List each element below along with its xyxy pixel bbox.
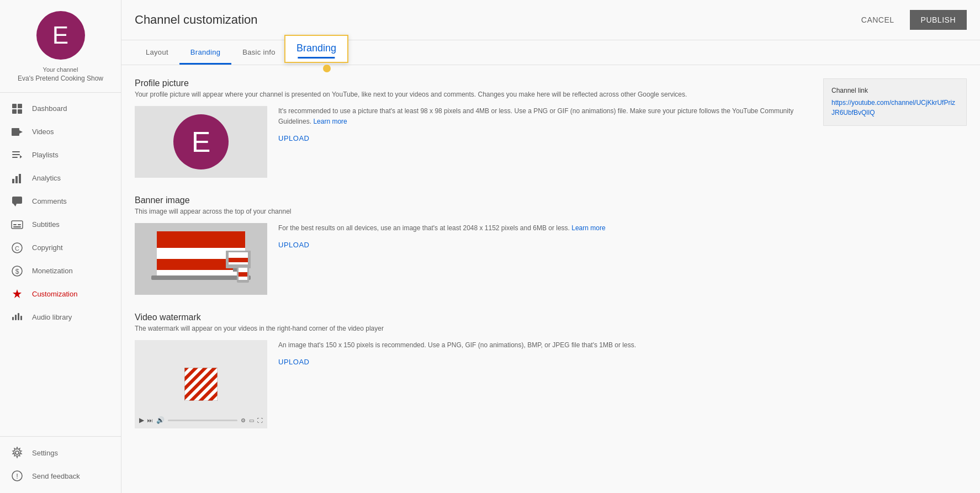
profile-picture-subtitle: Your profile picture will appear where y…: [135, 91, 810, 98]
customization-icon: [11, 288, 23, 300]
svg-text:$: $: [15, 268, 19, 275]
svg-rect-7: [12, 154, 20, 155]
sidebar-item-analytics[interactable]: Analytics: [0, 167, 121, 190]
profile-learn-more[interactable]: Learn more: [313, 118, 347, 125]
banner-image-info: For the best results on all devices, use…: [278, 223, 810, 249]
video-watermark-row: ▶ ⏭ 🔊 ⚙ ▭ ⛶ An image that's 150 x 150 pi…: [135, 340, 810, 428]
svg-rect-25: [18, 313, 19, 320]
profile-picture-desc: It's recommended to use a picture that's…: [278, 106, 810, 127]
banner-learn-more[interactable]: Learn more: [571, 224, 605, 232]
content-side: Channel link https://youtube.com/channel…: [823, 78, 967, 480]
fullscreen-icon: ⛶: [257, 417, 263, 423]
profile-picture-section: Profile picture Your profile picture wil…: [135, 78, 810, 178]
channel-link-label: Channel link: [831, 87, 958, 94]
main-content: Channel customization CANCEL PUBLISH Lay…: [121, 0, 980, 493]
feedback-icon: !: [11, 470, 23, 482]
profile-picture-row: E It's recommended to use a picture that…: [135, 106, 810, 178]
copyright-icon: C: [11, 242, 23, 254]
sidebar-item-playlists[interactable]: Playlists: [0, 144, 121, 167]
sidebar-item-label: Subtitles: [32, 220, 60, 229]
tab-basic-info[interactable]: Basic info: [231, 40, 286, 65]
svg-rect-3: [18, 109, 22, 114]
next-icon: ⏭: [147, 417, 153, 423]
videos-icon: [11, 126, 23, 138]
svg-marker-5: [19, 130, 23, 134]
sidebar-item-label: Customization: [32, 290, 77, 298]
svg-rect-1: [18, 104, 22, 108]
sidebar-item-videos[interactable]: Videos: [0, 120, 121, 144]
sidebar-item-subtitles[interactable]: Subtitles: [0, 213, 121, 236]
svg-rect-11: [15, 176, 18, 183]
sidebar-item-label: Comments: [32, 197, 67, 205]
tab-branding[interactable]: Branding: [179, 40, 231, 65]
banner-image-section: Banner image This image will appear acro…: [135, 195, 810, 295]
channel-label: Your channel: [43, 66, 78, 73]
watermark-icon: [184, 368, 218, 401]
svg-rect-26: [20, 316, 22, 320]
video-watermark-info: An image that's 150 x 150 pixels is reco…: [278, 340, 810, 366]
svg-rect-34: [151, 275, 251, 280]
sidebar-bottom-divider: [0, 436, 121, 437]
subtitles-icon: [11, 219, 23, 231]
svg-rect-4: [12, 128, 19, 136]
sidebar-item-settings[interactable]: Settings: [0, 441, 121, 464]
banner-image-title: Banner image: [135, 195, 810, 205]
sidebar-item-label: Playlists: [32, 151, 59, 159]
monetization-icon: $: [11, 265, 23, 277]
sidebar-item-feedback[interactable]: ! Send feedback: [0, 464, 121, 487]
sidebar-item-copyright[interactable]: C Copyright: [0, 236, 121, 259]
sidebar: E Your channel Eva's Pretend Cooking Sho…: [0, 0, 121, 493]
watermark-upload-button[interactable]: UPLOAD: [278, 358, 309, 366]
volume-icon: 🔊: [156, 416, 165, 424]
banner-image-preview: [135, 223, 267, 295]
banner-image-upload-button[interactable]: UPLOAD: [278, 241, 309, 249]
svg-rect-31: [157, 231, 245, 248]
svg-rect-23: [12, 317, 14, 320]
avatar: E: [36, 11, 85, 60]
svg-marker-14: [13, 204, 17, 206]
channel-link-url[interactable]: https://youtube.com/channel/UCjKkrUfPriz…: [831, 98, 958, 118]
sidebar-item-label: Settings: [32, 449, 58, 457]
svg-rect-41: [239, 272, 247, 277]
video-watermark-preview: ▶ ⏭ 🔊 ⚙ ▭ ⛶: [135, 340, 267, 428]
header: Channel customization CANCEL PUBLISH: [121, 0, 980, 40]
publish-button[interactable]: PUBLISH: [910, 10, 967, 30]
profile-picture-preview: E: [135, 106, 267, 178]
channel-name: Eva's Pretend Cooking Show: [12, 74, 109, 83]
sidebar-item-customization[interactable]: Customization: [0, 283, 121, 306]
svg-rect-13: [12, 197, 22, 204]
profile-picture-upload-button[interactable]: UPLOAD: [278, 134, 309, 142]
sidebar-item-label: Analytics: [32, 174, 61, 182]
settings-icon: [11, 447, 23, 459]
play-icon: ▶: [139, 416, 144, 424]
svg-text:!: !: [16, 472, 18, 480]
cancel-button[interactable]: CANCEL: [855, 11, 901, 29]
tabs-bar: Layout Branding Basic info Branding: [121, 40, 980, 65]
sidebar-item-label: Monetization: [32, 267, 73, 275]
sidebar-item-label: Send feedback: [32, 472, 80, 480]
comments-icon: [11, 195, 23, 208]
banner-image-desc: For the best results on all devices, use…: [278, 223, 810, 234]
progress-bar[interactable]: [168, 420, 237, 421]
content-main: Profile picture Your profile picture wil…: [135, 78, 810, 480]
audio-icon: [11, 311, 23, 324]
video-controls: ▶ ⏭ 🔊 ⚙ ▭ ⛶: [139, 416, 263, 424]
sidebar-item-comments[interactable]: Comments: [0, 190, 121, 213]
sidebar-nav: Dashboard Videos Playlists: [0, 97, 121, 329]
content-area: Profile picture Your profile picture wil…: [121, 65, 980, 493]
svg-text:C: C: [15, 245, 19, 252]
svg-rect-12: [19, 174, 21, 183]
tab-layout[interactable]: Layout: [135, 40, 179, 65]
svg-rect-16: [13, 224, 17, 225]
profile-picture-title: Profile picture: [135, 78, 810, 88]
svg-rect-8: [12, 157, 18, 158]
video-watermark-desc: An image that's 150 x 150 pixels is reco…: [278, 340, 810, 351]
header-actions: CANCEL PUBLISH: [855, 10, 967, 30]
svg-marker-9: [20, 155, 22, 158]
video-watermark-subtitle: The watermark will appear on your videos…: [135, 325, 810, 332]
sidebar-item-audio-library[interactable]: Audio library: [0, 306, 121, 329]
profile-avatar: E: [173, 114, 229, 169]
sidebar-item-dashboard[interactable]: Dashboard: [0, 97, 121, 120]
page-title: Channel customization: [135, 13, 258, 27]
sidebar-item-monetization[interactable]: $ Monetization: [0, 259, 121, 283]
